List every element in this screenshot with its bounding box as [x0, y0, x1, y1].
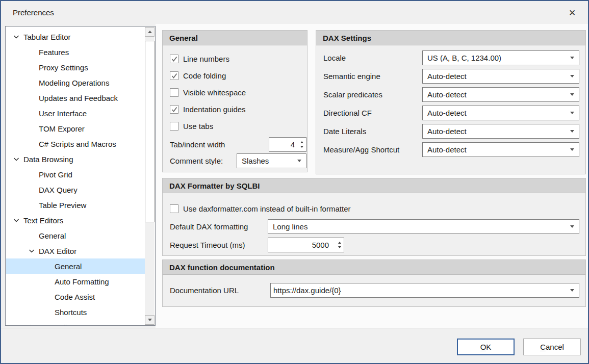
tree-item-code-assist[interactable]: Code Assist: [6, 289, 145, 304]
checkbox-use-tabs[interactable]: Use tabs: [170, 118, 307, 135]
checkbox-unchecked-icon[interactable]: [170, 204, 178, 213]
setting-row-measure-agg-shortcut: Measure/Agg Shortcut Auto-detect: [323, 142, 579, 157]
tree-item-text-editors-general[interactable]: General: [6, 228, 145, 243]
default-formatting-dropdown[interactable]: Long lines: [268, 219, 579, 234]
documentation-url-input[interactable]: https://dax.guide/{0}: [270, 283, 579, 298]
ok-button-mnemonic: O: [480, 343, 486, 351]
stepper-arrows[interactable]: [335, 238, 344, 252]
measure-agg-shortcut-dropdown[interactable]: Auto-detect: [422, 142, 579, 157]
tab-indent-width-value[interactable]: 4: [269, 140, 297, 149]
tree-item-data-browsing[interactable]: Data Browsing: [6, 151, 145, 167]
request-timeout-value[interactable]: 5000: [268, 241, 335, 249]
tree-item-dax-editor-general[interactable]: General: [6, 258, 145, 274]
stepper-down-icon[interactable]: [300, 146, 303, 148]
setting-row-date-literals: Date Literals Auto-detect: [323, 124, 579, 139]
checkbox-code-folding[interactable]: Code folding: [170, 67, 307, 84]
stepper-arrows[interactable]: [297, 138, 306, 151]
checkbox-checked-icon[interactable]: [170, 71, 178, 80]
tree-item-dax-editor[interactable]: DAX Editor: [6, 243, 145, 258]
documentation-url-label: Documentation URL: [170, 286, 270, 295]
tree-item-text-editors[interactable]: Text Editors: [6, 213, 145, 228]
chevron-right-icon[interactable]: [28, 323, 36, 325]
tree-item-label: C# Scripts and Macros: [39, 140, 116, 148]
chevron-down-icon[interactable]: [12, 155, 20, 163]
checkbox-use-daxformatter[interactable]: Use daxformatter.com instead of built-in…: [170, 200, 585, 217]
request-timeout-stepper[interactable]: 5000: [268, 238, 344, 252]
tree-item-tabular-editor[interactable]: Tabular Editor: [6, 29, 145, 44]
chevron-down-icon[interactable]: [12, 33, 20, 41]
tree-item-modeling-operations[interactable]: Modeling Operations: [6, 75, 145, 90]
chevron-down-icon: [570, 112, 574, 114]
chevron-down-icon: [570, 225, 574, 228]
default-formatting-value: Long lines: [273, 222, 570, 231]
tree-scrollbar[interactable]: [145, 27, 155, 325]
stepper-down-icon[interactable]: [338, 246, 341, 248]
setting-row-semantic-engine: Semantic engine Auto-detect: [323, 69, 579, 84]
locale-dropdown[interactable]: US (A, B, C, 1234.00): [422, 50, 579, 65]
tree-item-label: Data Browsing: [23, 155, 73, 164]
tree-item-table-preview[interactable]: Table Preview: [6, 197, 145, 213]
group-general: General Line numbers Code folding Visibl…: [162, 30, 308, 172]
setting-row-locale: Locale US (A, B, C, 1234.00): [323, 50, 579, 65]
checkbox-unchecked-icon[interactable]: [170, 122, 178, 131]
request-timeout-label: Request Timeout (ms): [170, 241, 268, 249]
chevron-down-icon[interactable]: [28, 247, 36, 255]
directional-cf-value: Auto-detect: [427, 109, 570, 117]
tree-item-proxy-settings[interactable]: Proxy Settings: [6, 60, 145, 75]
setting-row-default-formatting: Default DAX formatting Long lines: [170, 219, 579, 234]
locale-label: Locale: [323, 54, 422, 62]
setting-row-directional-cf: Directional CF Auto-detect: [323, 106, 579, 120]
tree-item-label: User Interface: [39, 109, 87, 118]
comment-style-label: Comment style:: [170, 157, 223, 165]
semantic-engine-dropdown[interactable]: Auto-detect: [422, 69, 579, 84]
comment-style-value: Slashes: [242, 157, 297, 165]
semantic-engine-label: Semantic engine: [323, 72, 422, 81]
tree-item-label: SQL Editor: [39, 323, 76, 326]
scalar-predicates-dropdown[interactable]: Auto-detect: [422, 87, 579, 102]
tree-item-label: General: [39, 231, 66, 240]
scrollbar-thumb[interactable]: [145, 41, 155, 222]
chevron-down-icon: [570, 57, 574, 59]
tab-indent-width-stepper[interactable]: 4: [269, 137, 306, 152]
preferences-dialog: Preferences ✕ Tabular Editor Features Pr…: [0, 0, 589, 364]
tree-item-sql-editor[interactable]: SQL Editor: [6, 320, 145, 325]
tree-item-user-interface[interactable]: User Interface: [6, 106, 145, 121]
checkbox-checked-icon[interactable]: [170, 55, 178, 63]
tree-item-tom-explorer[interactable]: TOM Exporer: [6, 121, 145, 136]
tree-item-label: Pivot Grid: [39, 170, 72, 179]
checkbox-line-numbers[interactable]: Line numbers: [170, 50, 307, 67]
checkbox-indentation-guides[interactable]: Indentation guides: [170, 101, 307, 118]
tree-item-pivot-grid[interactable]: Pivot Grid: [6, 167, 145, 182]
group-general-title: General: [163, 31, 307, 45]
tree-item-auto-formatting[interactable]: Auto Formatting: [6, 274, 145, 289]
tree-item-label: Shortcuts: [55, 308, 87, 317]
tree-item-csharp-scripts[interactable]: C# Scripts and Macros: [6, 136, 145, 151]
tree-item-features[interactable]: Features: [6, 44, 145, 60]
checkbox-visible-whitespace[interactable]: Visible whitespace: [170, 84, 307, 101]
date-literals-value: Auto-detect: [427, 127, 570, 136]
tree-item-dax-query[interactable]: DAX Query: [6, 182, 145, 197]
date-literals-dropdown[interactable]: Auto-detect: [422, 124, 579, 139]
ok-button[interactable]: OK: [457, 339, 515, 355]
tree-item-shortcuts[interactable]: Shortcuts: [6, 304, 145, 320]
default-formatting-label: Default DAX formatting: [170, 222, 268, 231]
close-icon[interactable]: ✕: [565, 6, 580, 19]
scroll-up-icon[interactable]: [145, 27, 155, 37]
cancel-button[interactable]: Cancel: [523, 339, 581, 355]
directional-cf-dropdown[interactable]: Auto-detect: [422, 106, 579, 120]
checkbox-label: Visible whitespace: [183, 88, 246, 97]
checkbox-unchecked-icon[interactable]: [170, 88, 178, 97]
scroll-down-icon[interactable]: [145, 315, 155, 325]
group-dax-documentation-title: DAX function documentation: [163, 260, 585, 275]
tree-item-label: Updates and Feedback: [39, 94, 118, 102]
stepper-up-icon[interactable]: [300, 141, 303, 143]
chevron-down-icon: [570, 148, 574, 151]
stepper-up-icon[interactable]: [338, 242, 341, 244]
checkbox-checked-icon[interactable]: [170, 105, 178, 114]
scalar-predicates-value: Auto-detect: [427, 90, 570, 99]
cancel-button-mnemonic: C: [540, 343, 546, 351]
comment-style-dropdown[interactable]: Slashes: [237, 153, 306, 168]
tree-item-updates-and-feedback[interactable]: Updates and Feedback: [6, 90, 145, 106]
documentation-url-value[interactable]: https://dax.guide/{0}: [273, 286, 570, 295]
chevron-down-icon[interactable]: [12, 216, 20, 224]
